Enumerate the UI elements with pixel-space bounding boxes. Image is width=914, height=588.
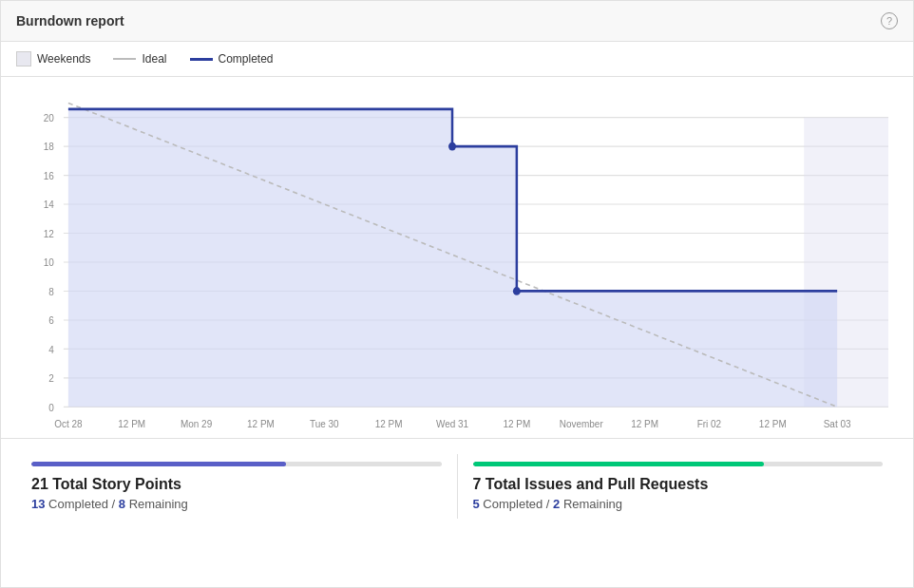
issues-remaining-label: Remaining (563, 497, 622, 511)
ideal-icon (113, 58, 136, 60)
chart-area: 0 2 4 6 8 10 12 14 16 18 20 (1, 77, 913, 438)
issues-block: 7 Total Issues and Pull Requests 5 Compl… (458, 454, 899, 519)
svg-text:Wed 31: Wed 31 (436, 419, 468, 429)
story-points-completed-num: 13 (31, 497, 45, 511)
burndown-svg: 0 2 4 6 8 10 12 14 16 18 20 (16, 86, 898, 438)
story-points-title: 21 Total Story Points (31, 476, 442, 493)
story-points-detail: 13 Completed / 8 Remaining (31, 497, 442, 511)
report-title: Burndown report (16, 13, 124, 28)
legend-weekends: Weekends (16, 51, 90, 66)
svg-text:16: 16 (44, 171, 54, 181)
story-points-remaining-label: Remaining (129, 497, 188, 511)
completed-icon (190, 58, 213, 61)
legend-ideal: Ideal (113, 52, 166, 66)
issues-title: 7 Total Issues and Pull Requests (473, 476, 884, 493)
svg-text:Mon 29: Mon 29 (181, 419, 212, 429)
story-points-completed-label: Completed / (48, 497, 119, 511)
completed-label: Completed (219, 52, 274, 66)
ideal-label: Ideal (142, 52, 166, 66)
story-points-remaining-num: 8 (119, 497, 125, 511)
svg-text:2: 2 (48, 373, 54, 384)
weekends-icon (16, 51, 31, 66)
burndown-report-container: Burndown report ? Weekends Ideal Complet… (0, 0, 914, 588)
svg-text:20: 20 (44, 113, 54, 123)
svg-text:4: 4 (48, 344, 54, 354)
issues-remaining-num: 2 (553, 497, 560, 511)
story-points-block: 21 Total Story Points 13 Completed / 8 R… (16, 454, 458, 519)
legend-completed: Completed (190, 52, 274, 66)
svg-text:12 PM: 12 PM (759, 419, 787, 429)
stats-section: 21 Total Story Points 13 Completed / 8 R… (1, 438, 913, 534)
svg-text:18: 18 (44, 142, 54, 152)
svg-text:November: November (560, 419, 604, 429)
issues-progress-fill (473, 462, 764, 466)
svg-text:Tue 30: Tue 30 (310, 419, 339, 429)
svg-text:14: 14 (44, 199, 54, 210)
svg-text:12 PM: 12 PM (503, 419, 530, 429)
help-icon[interactable]: ? (881, 12, 898, 29)
chart-dot-wed31 (448, 142, 456, 151)
issues-progress-bar (473, 462, 884, 466)
svg-text:Fri 02: Fri 02 (697, 419, 722, 429)
svg-text:12 PM: 12 PM (247, 419, 275, 429)
svg-text:0: 0 (48, 402, 54, 412)
weekends-label: Weekends (37, 52, 90, 66)
story-points-progress-fill (31, 462, 286, 466)
chart-fill-area (68, 109, 837, 407)
svg-text:12 PM: 12 PM (631, 419, 658, 429)
svg-text:10: 10 (44, 257, 54, 268)
chart-legend: Weekends Ideal Completed (1, 42, 913, 77)
chart-dot-november (513, 287, 521, 295)
svg-text:Oct 28: Oct 28 (54, 419, 83, 429)
svg-text:Sat 03: Sat 03 (824, 419, 851, 429)
story-points-progress-bar (31, 462, 442, 466)
svg-text:6: 6 (48, 315, 54, 326)
svg-text:12: 12 (44, 229, 54, 239)
issues-completed-num: 5 (473, 497, 480, 511)
issues-detail: 5 Completed / 2 Remaining (473, 497, 884, 511)
svg-text:8: 8 (48, 286, 54, 296)
svg-text:12 PM: 12 PM (118, 419, 145, 429)
report-header: Burndown report ? (1, 1, 913, 42)
svg-text:12 PM: 12 PM (375, 419, 403, 429)
issues-completed-label: Completed / (483, 497, 553, 511)
